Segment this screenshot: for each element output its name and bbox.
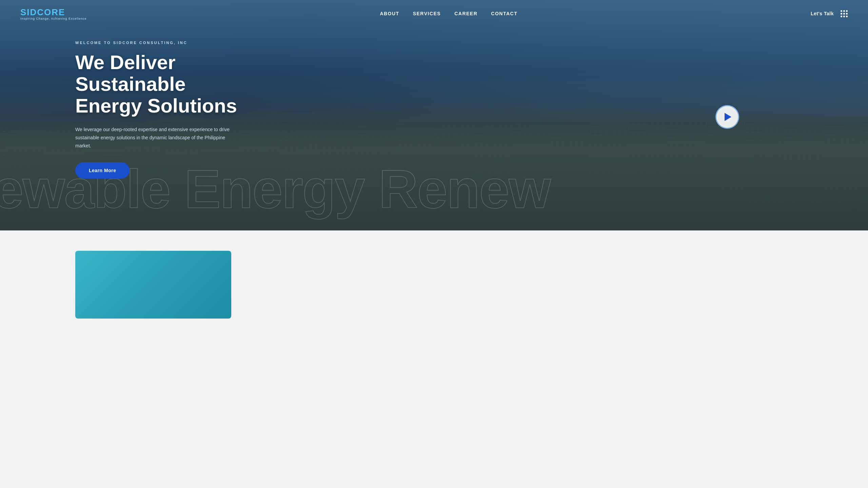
nav-link-career[interactable]: CAREER bbox=[454, 11, 477, 16]
logo-company: SIDCORE bbox=[20, 7, 65, 17]
nav-item-career[interactable]: CAREER bbox=[454, 11, 477, 17]
hero-description: We leverage our deep-rooted expertise an… bbox=[75, 126, 238, 150]
nav-right: Let's Talk bbox=[811, 10, 848, 17]
hero-title-line1: We Deliver Sustainable bbox=[75, 51, 186, 95]
navbar: SIDCORE Inspiring Change, Achieving Exce… bbox=[0, 0, 868, 27]
logo-tagline: Inspiring Change, Achieving Excellence bbox=[20, 17, 87, 20]
blue-card bbox=[75, 251, 231, 319]
hero-title: We Deliver Sustainable Energy Solutions bbox=[75, 52, 244, 116]
logo-text: SIDCORE bbox=[20, 7, 65, 18]
nav-item-about[interactable]: ABOUT bbox=[380, 11, 399, 17]
nav-link-about[interactable]: ABOUT bbox=[380, 11, 399, 16]
nav-links: ABOUT SERVICES CAREER CONTACT bbox=[380, 11, 517, 17]
play-button[interactable] bbox=[715, 105, 739, 129]
nav-link-services[interactable]: SERVICES bbox=[413, 11, 441, 16]
nav-item-services[interactable]: SERVICES bbox=[413, 11, 441, 17]
welcome-text: WELCOME TO SIDCORE CONSULTING, INC bbox=[75, 41, 244, 45]
hero-section: WELCOME TO SIDCORE CONSULTING, INC We De… bbox=[0, 0, 868, 230]
logo[interactable]: SIDCORE Inspiring Change, Achieving Exce… bbox=[20, 7, 87, 20]
learn-more-button[interactable]: Learn More bbox=[75, 162, 130, 179]
nav-item-contact[interactable]: CONTACT bbox=[491, 11, 517, 17]
lets-talk-link[interactable]: Let's Talk bbox=[811, 11, 834, 16]
nav-link-contact[interactable]: CONTACT bbox=[491, 11, 517, 16]
grid-menu-icon[interactable] bbox=[841, 10, 848, 17]
hero-title-line2: Energy Solutions bbox=[75, 95, 237, 117]
below-hero-section bbox=[0, 230, 868, 319]
